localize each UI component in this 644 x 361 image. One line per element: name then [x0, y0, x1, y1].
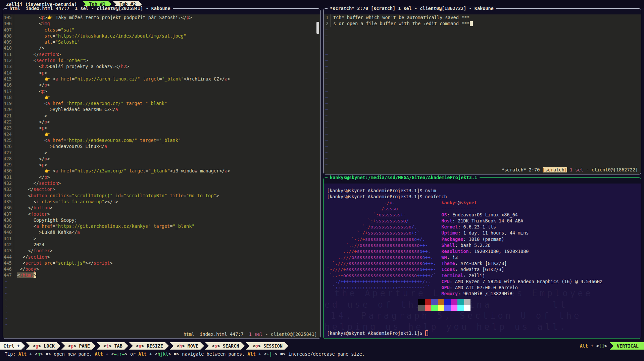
neofetch-row: Memory: 9615MiB / 13829MiB: [324, 291, 641, 297]
neofetch-row: .://+ssssssssssssssssssssssso++:Resoluti…: [324, 248, 641, 254]
alt-brackets-hint: Alt + <[]>: [580, 343, 607, 349]
scrollbar-thumb[interactable]: [316, 22, 319, 34]
keybind-search[interactable]: <s> SEARCH: [205, 342, 245, 350]
neofetch-row: `-:/+sssssssssssssssssso+/.Packages: 101…: [324, 236, 641, 242]
code-line: 426 >EndeavourOS Linux</a: [3, 143, 320, 149]
neofetch-row: ./++++++++++++++++++++++++++++++/:.CPU: …: [324, 278, 641, 285]
neofetch-row: ./sssso--------------: [324, 206, 641, 212]
code-line: 416 </p>: [3, 82, 320, 88]
keybind-resize[interactable]: <n> RESIZE: [129, 342, 169, 350]
keybind-session[interactable]: <o> SESSION: [246, 342, 288, 350]
code-line: 418 👉: [3, 94, 320, 100]
code-line: 423 <p>: [3, 125, 320, 131]
code-line: 417 <p>: [3, 88, 320, 94]
code-line: 442 2024: [3, 242, 320, 248]
code-line: 431 </p>: [3, 174, 320, 180]
ctrl-prefix-ribbon: Ctrl +: [0, 342, 25, 350]
color-swatch: [451, 299, 458, 305]
color-swatch: [451, 305, 458, 311]
keybind-pane[interactable]: <p> PANE: [61, 342, 96, 350]
code-line: 415 👉 <a href="https://arch-linux.cz/" t…: [3, 76, 320, 82]
editor-pane[interactable]: html index.html 447:7 1 sel - client0@[2…: [3, 8, 320, 339]
neofetch-row: .:///ossssssssssssssssssssssssso++:WM: i…: [324, 254, 641, 260]
color-swatch: [418, 299, 425, 305]
scratch-line: 2s or open a file buffer with the :edit …: [324, 20, 641, 27]
color-swatch: [431, 305, 438, 311]
ghost-text-line: 14, Paragraph 5, Section U of the: [331, 311, 582, 321]
scratch-buffer-area: 1tch* buffer which won't be automaticall…: [324, 14, 641, 168]
scratch-pane[interactable]: *scratch* 2:70 [scratch] 1 sel - client0…: [323, 8, 641, 174]
code-line: 433 </section>: [3, 186, 320, 192]
editor-code-area: 405 <p>👉 Taky můžeš tento projekt podpoř…: [3, 14, 320, 327]
neofetch-row: `:::::::::::::::::::::::----------``GPU:…: [324, 285, 641, 291]
keybind-tab[interactable]: <t> TAB: [97, 342, 128, 350]
vertical-mode-ribbon: VERTICAL: [610, 342, 644, 350]
code-line: 440 >Lukáš Kaňka</a: [3, 229, 320, 235]
color-swatch: [425, 299, 432, 305]
keybind-move[interactable]: <h> MOVE: [170, 342, 204, 350]
code-line: 413 <h2>Další projekty a odkazy:</h2>: [3, 63, 320, 69]
code-line: 432 </section>: [3, 180, 320, 186]
color-swatch: [464, 305, 471, 311]
terminal-pane-title: kankys@skynet:/media/ssd/MEGA/Gitea/Akad…: [328, 175, 480, 180]
scratch-content[interactable]: 1tch* buffer which won't be automaticall…: [324, 14, 641, 174]
editor-pane-title: html index.html 447:7 1 sel - client0@[2…: [7, 6, 173, 11]
neofetch-row: `:+sssssssssso/.Host: 21DK ThinkBook 14 …: [324, 218, 641, 224]
scratch-line: 1tch* buffer which won't be automaticall…: [324, 14, 641, 20]
code-line: 439 <a href="https://git.archoslinux.cz/…: [3, 223, 320, 229]
code-line: 408 src="https://lukaskanka.cz/index/abo…: [3, 33, 320, 39]
neofetch-row: `..-+oosssssssssssssssssssssssso+++++/`T…: [324, 272, 641, 278]
code-line: 425 <a href="https://endeavouros.com/" t…: [3, 137, 320, 143]
code-line: 443 </footer>: [3, 248, 320, 254]
terminal-row: [kankys@skynet AkademieProjekt3.1]$ nvim: [324, 188, 641, 194]
color-swatch: [457, 299, 464, 305]
code-line: 447</html>: [3, 272, 320, 278]
code-line: 422 </p>: [3, 119, 320, 125]
neofetch-row: `.://osssssssssssssssssssso++-Shell: bas…: [324, 242, 641, 248]
color-swatch: [418, 305, 425, 311]
code-line: 405 <p>👉 Taky můžeš tento projekt podpoř…: [3, 14, 320, 20]
code-line: 421 >: [3, 113, 320, 119]
scratch-pane-title: *scratch* 2:70 [scratch] 1 sel - client0…: [328, 6, 496, 11]
zellij-screen: Zellij (inventive-petunia) Tab #1Tab #2 …: [0, 0, 644, 361]
color-swatch: [425, 305, 432, 311]
neofetch-row: `-/+ssssssssssssssso+:`Uptime: 1 day, 11…: [324, 230, 641, 236]
neofetch-row: `:////ssssssssssssssssssssssssssso+++.Th…: [324, 260, 641, 266]
code-line: 437 <footer>: [3, 211, 320, 217]
code-line: 406 <img: [3, 20, 320, 27]
code-line: 424 👉: [3, 131, 320, 137]
neofetch-row: `:osssssss+-OS: EndeavourOS Linux x86_64: [324, 212, 641, 218]
code-line: 445 <script src="script.js"></script>: [3, 260, 320, 266]
tip-line: Tip: Alt + <n> => open new pane. Alt + <…: [5, 351, 365, 357]
neofetch-color-palette: [418, 299, 470, 311]
code-line: 434 <button onclick="scrollToTop()" id="…: [3, 193, 320, 199]
code-line: 412 <section id="other">: [3, 57, 320, 63]
code-line: 429 <p>: [3, 162, 320, 168]
code-line: 419 <a href="https://searxng.cz/" target…: [3, 100, 320, 106]
code-line: 430 👉 <a href="https://i3wm.org/" target…: [3, 168, 320, 174]
neofetch-row: `-////+ssssssssssssssssssssssssssso++++-…: [324, 266, 641, 272]
code-line: 420 >Vyhledávač SearXNG CZ</a: [3, 106, 320, 112]
keybind-segments: <g> LOCK<p> PANE<t> TAB<n> RESIZE<h> MOV…: [25, 342, 288, 350]
code-line: 441 >: [3, 236, 320, 242]
color-swatch: [438, 299, 445, 305]
code-line: 407 class="sat": [3, 27, 320, 33]
editor-statusline: html index.html 447:7 1 sel - client0@[2…: [184, 331, 317, 337]
terminal-row: [kankys@skynet AkademieProjekt3.1]$ neof…: [324, 194, 641, 200]
terminal-content[interactable]: r the Aperture Laboratories Employeeed u…: [324, 184, 641, 338]
code-line: 438 Copyright &copy;: [3, 217, 320, 223]
code-line: 446 </body>: [3, 266, 320, 272]
color-swatch: [457, 305, 464, 311]
code-line: 410 />: [3, 45, 320, 51]
color-swatch: [464, 299, 471, 305]
code-line: 409 alt="Satoshi": [3, 39, 320, 45]
terminal-history: [kankys@skynet AkademieProjekt3.1]$ nvim…: [324, 188, 641, 200]
color-swatch: [431, 299, 438, 305]
keybind-lock[interactable]: <g> LOCK: [26, 342, 60, 350]
keybind-bar: Ctrl + <g> LOCK<p> PANE<t> TAB<n> RESIZE…: [0, 342, 644, 350]
code-line: 435 <i class="fas fa-arrow-up"></i>: [3, 199, 320, 205]
terminal-pane[interactable]: kankys@skynet:/media/ssd/MEGA/Gitea/Akad…: [323, 177, 641, 339]
editor-content[interactable]: 405 <p>👉 Taky můžeš tento projekt podpoř…: [3, 14, 320, 338]
neofetch-output: ./o.kankys@skynet ./sssso-------------- …: [324, 200, 641, 297]
neofetch-row: `-/ossssssssssssso/.Kernel: 6.6.23-1-lts: [324, 224, 641, 230]
